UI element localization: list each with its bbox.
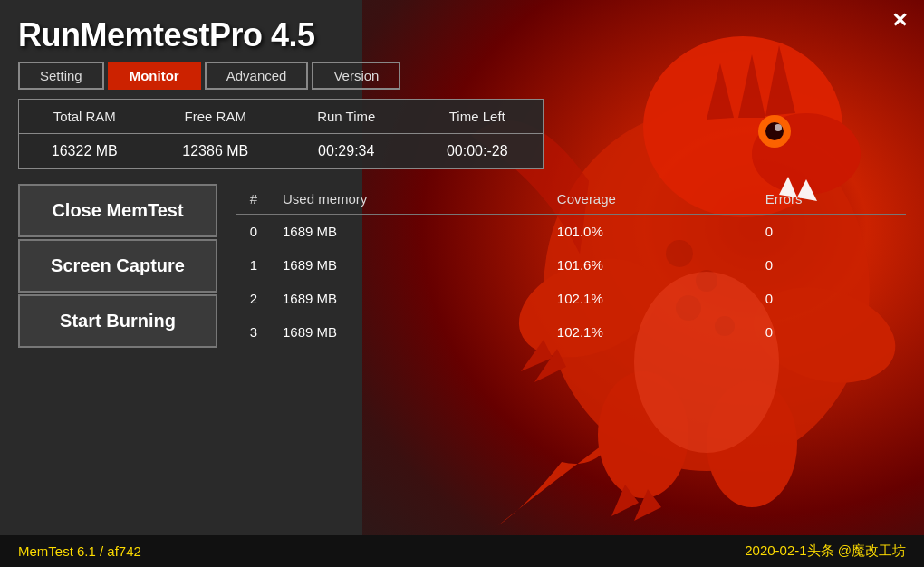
stats-table: Total RAM Free RAM Run Time Time Left 16… (18, 99, 544, 169)
cell-coverage: 102.1% (546, 282, 755, 315)
cell-errors: 0 (755, 315, 906, 349)
main-panel: Close MemTest Screen Capture Start Burni… (18, 184, 906, 535)
screen-capture-button[interactable]: Screen Capture (18, 239, 217, 293)
col-head-num: # (236, 184, 272, 215)
cell-id: 2 (236, 282, 272, 315)
val-run-time: 00:29:34 (281, 134, 412, 168)
col-head-coverage: Coverage (546, 184, 755, 215)
col-header-total-ram: Total RAM (19, 100, 150, 133)
app-title: RunMemtestPro 4.5 (18, 16, 315, 53)
app-window: ✕ RunMemtestPro 4.5 Setting Monitor Adva… (0, 0, 924, 567)
memory-table-area: # Used memory Coverage Errors 0 1689 MB … (217, 184, 906, 535)
memory-table: # Used memory Coverage Errors 0 1689 MB … (236, 184, 906, 349)
tab-version[interactable]: Version (312, 62, 400, 90)
tab-monitor[interactable]: Monitor (108, 62, 201, 90)
memory-table-body: 0 1689 MB 101.0% 0 1 1689 MB 101.6% 0 2 … (236, 215, 906, 350)
cell-coverage: 101.0% (546, 215, 755, 249)
tab-advanced[interactable]: Advanced (205, 62, 309, 90)
cell-errors: 0 (755, 215, 906, 249)
cell-used: 1689 MB (272, 282, 546, 315)
memory-table-header-row: # Used memory Coverage Errors (236, 184, 906, 215)
close-button[interactable]: ✕ (886, 7, 913, 34)
val-total-ram: 16322 MB (19, 134, 150, 168)
table-row: 2 1689 MB 102.1% 0 (236, 282, 906, 315)
val-free-ram: 12386 MB (150, 134, 282, 168)
col-header-time-left: Time Left (412, 100, 544, 133)
status-right: 2020-02-1头条 @魔改工坊 (745, 543, 906, 560)
status-left: MemTest 6.1 / af742 (18, 543, 141, 559)
val-time-left: 00:00:-28 (412, 134, 544, 168)
tab-bar: Setting Monitor Advanced Version (0, 62, 924, 99)
cell-used: 1689 MB (272, 315, 546, 349)
cell-errors: 0 (755, 282, 906, 315)
cell-used: 1689 MB (272, 215, 546, 249)
tab-setting[interactable]: Setting (18, 62, 104, 90)
cell-id: 1 (236, 248, 272, 282)
cell-coverage: 102.1% (546, 315, 755, 349)
col-head-used: Used memory (272, 184, 546, 215)
status-bar: MemTest 6.1 / af742 2020-02-1头条 @魔改工坊 (0, 535, 924, 567)
content-area: Total RAM Free RAM Run Time Time Left 16… (0, 99, 924, 535)
table-row: 0 1689 MB 101.0% 0 (236, 215, 906, 249)
action-buttons: Close MemTest Screen Capture Start Burni… (18, 184, 217, 535)
col-header-run-time: Run Time (281, 100, 412, 133)
start-burning-button[interactable]: Start Burning (18, 294, 217, 348)
cell-coverage: 101.6% (546, 248, 755, 282)
cell-errors: 0 (755, 248, 906, 282)
table-row: 1 1689 MB 101.6% 0 (236, 248, 906, 282)
title-bar: RunMemtestPro 4.5 (0, 0, 924, 62)
cell-id: 3 (236, 315, 272, 349)
cell-id: 0 (236, 215, 272, 249)
col-head-errors: Errors (755, 184, 906, 215)
table-row: 3 1689 MB 102.1% 0 (236, 315, 906, 349)
memory-table-head: # Used memory Coverage Errors (236, 184, 906, 215)
stats-header-row: Total RAM Free RAM Run Time Time Left (19, 100, 543, 134)
cell-used: 1689 MB (272, 248, 546, 282)
close-memtest-button[interactable]: Close MemTest (18, 184, 217, 237)
col-header-free-ram: Free RAM (150, 100, 282, 133)
stats-values-row: 16322 MB 12386 MB 00:29:34 00:00:-28 (19, 134, 543, 168)
